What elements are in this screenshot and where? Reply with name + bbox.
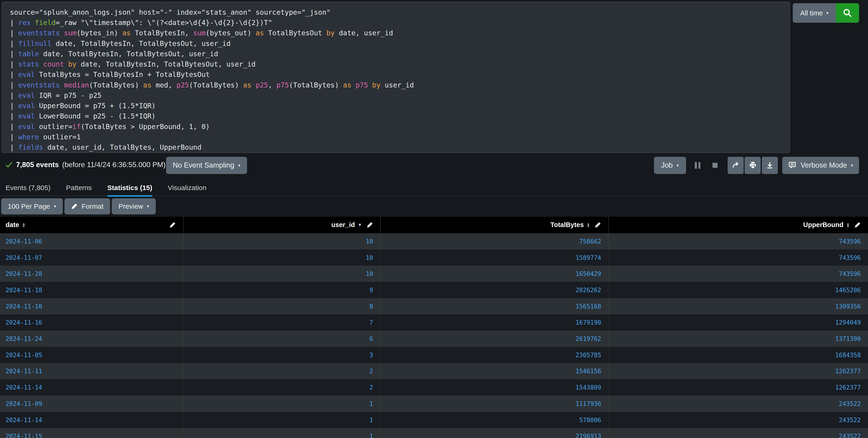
cell-value[interactable]: 8 xyxy=(370,303,373,310)
cell-value[interactable]: 2024-11-16 xyxy=(5,319,42,326)
tab-label: Statistics (15) xyxy=(107,184,152,192)
table-body: 2024-11-06107586627435962024-11-07101589… xyxy=(0,233,868,438)
spl-query-editor[interactable]: source="splunk_anon_logs.json" host="-" … xyxy=(2,2,790,153)
search-button[interactable] xyxy=(836,3,859,23)
column-header-UpperBound[interactable]: UpperBound▲▼ xyxy=(608,217,868,233)
cell-value[interactable]: 2024-11-14 xyxy=(5,416,42,424)
cell-value[interactable]: 1294049 xyxy=(835,319,861,326)
cell-value[interactable]: 1262377 xyxy=(835,384,861,391)
chevron-down-icon: ▾ xyxy=(851,163,853,168)
cell-TotalBytes: 1546156 xyxy=(380,363,608,379)
edit-column-icon[interactable] xyxy=(169,222,176,228)
cell-value[interactable]: 758662 xyxy=(579,238,601,245)
cell-value[interactable]: 743596 xyxy=(839,254,861,261)
job-done-check-icon xyxy=(5,162,12,168)
cell-value[interactable]: 243522 xyxy=(839,433,861,438)
cell-user_id: 10 xyxy=(183,250,380,266)
cell-value[interactable]: 1543809 xyxy=(576,384,601,391)
cell-value[interactable]: 1565168 xyxy=(576,303,601,310)
cell-value[interactable]: 1371390 xyxy=(835,335,861,342)
cell-value[interactable]: 2026262 xyxy=(576,287,601,294)
table-row: 2024-11-16716791901294049 xyxy=(0,315,868,331)
preview-button[interactable]: Preview ▾ xyxy=(112,198,156,214)
table-row: 2024-11-141578006243522 xyxy=(0,412,868,428)
events-summary: 7,805 events (before 11/4/24 6:36:55.000… xyxy=(5,161,166,169)
chevron-down-icon: ▾ xyxy=(826,11,829,15)
cell-value[interactable]: 2024-11-11 xyxy=(5,368,42,375)
cell-value[interactable]: 2024-11-18 xyxy=(5,287,42,294)
edit-column-icon[interactable] xyxy=(595,222,601,228)
column-header-user_id[interactable]: user_id▼ xyxy=(183,217,380,233)
cell-value[interactable]: 1650429 xyxy=(576,270,601,277)
column-header-TotalBytes[interactable]: TotalBytes▲▼ xyxy=(380,217,608,233)
cell-value[interactable]: 2024-11-09 xyxy=(5,400,42,407)
edit-column-icon[interactable] xyxy=(854,222,861,228)
cell-user_id: 1 xyxy=(183,396,380,412)
print-job-button[interactable] xyxy=(745,157,761,174)
cell-UpperBound: 1262377 xyxy=(608,363,868,379)
cell-value[interactable]: 2024-11-14 xyxy=(5,384,42,391)
cell-UpperBound: 1262377 xyxy=(608,379,868,396)
column-header-date[interactable]: date▲▼ xyxy=(0,217,183,233)
cell-value[interactable]: 1309356 xyxy=(835,303,861,310)
export-job-button[interactable] xyxy=(762,157,778,174)
cell-value[interactable]: 2 xyxy=(370,368,373,375)
cell-value[interactable]: 10 xyxy=(366,270,373,277)
edit-column-icon[interactable] xyxy=(367,222,373,228)
cell-UpperBound: 1465206 xyxy=(608,282,868,298)
cell-UpperBound: 243522 xyxy=(608,428,868,438)
tab-events[interactable]: Events (7,805) xyxy=(5,181,51,196)
cell-value[interactable]: 743596 xyxy=(839,270,861,277)
cell-value[interactable]: 9 xyxy=(370,287,373,294)
event-sampling-button[interactable]: No Event Sampling ▾ xyxy=(166,157,247,174)
pause-job-icon[interactable] xyxy=(695,162,700,169)
cell-value[interactable]: 1117936 xyxy=(576,400,601,407)
cell-value[interactable]: 2024-11-05 xyxy=(5,351,42,358)
cell-value[interactable]: 7 xyxy=(370,319,373,326)
cell-value[interactable]: 1 xyxy=(370,400,373,407)
results-tabs: Events (7,805)PatternsStatistics (15)Vis… xyxy=(0,181,868,196)
cell-value[interactable]: 1589774 xyxy=(576,254,601,261)
cell-value[interactable]: 1546156 xyxy=(576,368,601,375)
time-range-picker[interactable]: All time ▾ xyxy=(793,3,836,23)
query-line: | eval outlier=if(TotalBytes > UpperBoun… xyxy=(10,121,782,132)
cell-value[interactable]: 10 xyxy=(366,238,373,245)
cell-user_id: 3 xyxy=(183,347,380,363)
cell-value[interactable]: 2619762 xyxy=(576,335,601,342)
cell-value[interactable]: 2024-11-15 xyxy=(5,433,42,438)
per-page-button[interactable]: 100 Per Page ▾ xyxy=(1,198,63,214)
preview-label: Preview xyxy=(118,202,143,210)
cell-value[interactable]: 743596 xyxy=(839,238,861,245)
cell-date: 2024-11-24 xyxy=(0,330,183,347)
cell-value[interactable]: 2196913 xyxy=(576,433,601,438)
format-button[interactable]: Format xyxy=(64,198,110,214)
cell-value[interactable]: 6 xyxy=(370,335,373,342)
format-label: Format xyxy=(82,202,104,210)
stop-job-icon[interactable] xyxy=(712,163,717,168)
cell-value[interactable]: 1262377 xyxy=(835,368,861,375)
table-row: 2024-11-0911117936243522 xyxy=(0,396,868,412)
cell-value[interactable]: 2024-11-24 xyxy=(5,335,42,342)
cell-value[interactable]: 243522 xyxy=(839,416,861,424)
search-mode-button[interactable]: Verbose Mode ▾ xyxy=(782,157,859,174)
cell-value[interactable]: 2024-11-28 xyxy=(5,270,42,277)
cell-value[interactable]: 2024-11-06 xyxy=(5,238,42,245)
cell-value[interactable]: 3 xyxy=(370,351,373,358)
job-menu-button[interactable]: Job ▾ xyxy=(654,157,686,174)
cell-value[interactable]: 578006 xyxy=(579,416,601,424)
tab-patterns[interactable]: Patterns xyxy=(66,181,92,196)
cell-value[interactable]: 1 xyxy=(370,433,373,438)
cell-value[interactable]: 243522 xyxy=(839,400,861,407)
cell-value[interactable]: 1679190 xyxy=(576,319,601,326)
cell-value[interactable]: 2 xyxy=(370,384,373,391)
cell-value[interactable]: 1 xyxy=(370,416,373,424)
tab-statistics[interactable]: Statistics (15) xyxy=(107,181,152,196)
tab-visualization[interactable]: Visualization xyxy=(168,181,207,196)
cell-value[interactable]: 2024-11-07 xyxy=(5,254,42,261)
cell-value[interactable]: 10 xyxy=(366,254,373,261)
share-job-button[interactable] xyxy=(727,157,744,174)
cell-value[interactable]: 1465206 xyxy=(835,287,861,294)
cell-value[interactable]: 2024-11-10 xyxy=(5,303,42,310)
cell-value[interactable]: 2305785 xyxy=(576,351,601,358)
cell-value[interactable]: 1684358 xyxy=(835,351,861,358)
